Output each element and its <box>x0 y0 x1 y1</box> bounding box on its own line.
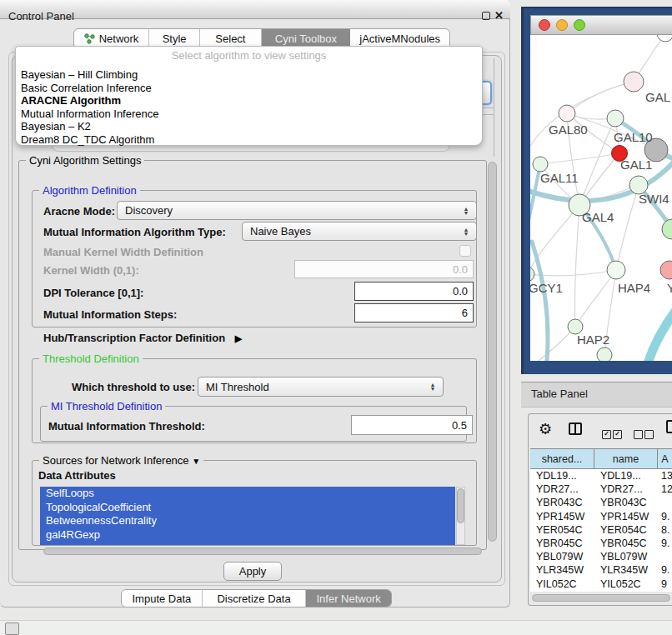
gear-icon[interactable]: ⚙ <box>539 420 552 438</box>
table-cell[interactable]: YDL19... <box>594 469 658 482</box>
collapse-down-icon: ▼ <box>192 457 200 466</box>
column-header-name[interactable]: name <box>594 448 658 469</box>
node-pink[interactable] <box>624 72 644 92</box>
table-cell[interactable]: YBR045C <box>594 537 658 550</box>
dropdown-item-selected[interactable]: ARACNE Algorithm <box>19 94 478 108</box>
node-label: HAP2 <box>577 332 609 347</box>
dpi-tolerance-value: 0.0 <box>453 285 468 298</box>
close-window-icon[interactable]: ✕ <box>494 9 504 22</box>
dropdown-item[interactable]: Mutual Information Inference <box>19 108 478 121</box>
table-cell[interactable]: 9 <box>658 578 672 591</box>
mi-threshold-value: 0.5 <box>452 419 467 432</box>
tab-infer-network[interactable]: Infer Network <box>306 590 391 607</box>
node-gal10[interactable] <box>607 110 624 127</box>
table-cell[interactable] <box>658 496 672 509</box>
node-label: GCY1 <box>530 281 563 295</box>
close-traffic-light-icon[interactable] <box>539 19 550 31</box>
column-header-shared-name[interactable]: shared... <box>530 448 594 469</box>
zoom-traffic-light-icon[interactable] <box>574 19 585 31</box>
apply-button[interactable]: Apply <box>223 562 282 581</box>
minimize-traffic-light-icon[interactable] <box>556 19 568 31</box>
network-node-labels: GAL GAL80 GAL10 GAL1 GAL11 SWI4 GAL4 GCY… <box>530 90 672 347</box>
control-panel-titlebar <box>0 0 510 19</box>
table-panel-title: Table Panel <box>531 388 588 400</box>
table-cell[interactable]: YIL052C <box>594 578 658 591</box>
new-table-icon[interactable] <box>666 420 672 433</box>
node-salmon[interactable] <box>660 261 672 279</box>
table-cell[interactable]: 9. <box>658 537 672 550</box>
table-cell[interactable]: YIL052C <box>530 578 594 591</box>
panel-grip-button[interactable] <box>5 622 19 635</box>
table-cell[interactable]: YBR043C <box>530 496 594 509</box>
list-item[interactable]: TopologicalCoefficient <box>40 501 455 515</box>
list-item[interactable]: SelfLoops <box>40 487 455 501</box>
column-header-partial[interactable]: A <box>658 448 672 469</box>
split-columns-icon[interactable] <box>569 422 582 435</box>
node-gcy1[interactable] <box>530 267 534 282</box>
table-cell[interactable]: YBR045C <box>530 537 594 550</box>
dropdown-item[interactable]: Basic Correlation Inference <box>19 82 478 95</box>
aracne-mode-value: Discovery <box>125 204 173 217</box>
settings-horizontal-scrollbar[interactable] <box>43 548 482 555</box>
table-cell[interactable]: YBL079W <box>530 550 594 563</box>
mi-algorithm-type-combo[interactable]: Naive Bayes ▲▼ <box>242 222 477 241</box>
node-partial-top[interactable] <box>657 35 672 42</box>
tab-infer-network-label: Infer Network <box>316 592 380 605</box>
table-cell[interactable]: YPR145W <box>594 510 658 523</box>
kernel-width-input[interactable]: 0.0 <box>294 260 474 278</box>
mi-threshold-input[interactable]: 0.5 <box>351 415 473 435</box>
mi-steps-input[interactable]: 6 <box>354 303 474 322</box>
table-cell[interactable]: YLR345W <box>594 563 658 577</box>
hub-definition-expander[interactable]: Hub/Transcription Factor Definition ▶ <box>43 332 242 344</box>
table-cell[interactable] <box>658 550 672 563</box>
table-column-name: YDL19... YDR27... YBR043C YPR145W YER054… <box>594 469 658 592</box>
table-cell[interactable]: 12 <box>658 482 672 496</box>
table-cell[interactable]: YPR145W <box>530 510 594 523</box>
sources-title[interactable]: Sources for Network Inference ▼ <box>39 454 203 467</box>
settings-vertical-scrollbar[interactable] <box>488 162 497 542</box>
bottom-strip <box>0 620 672 635</box>
manual-kernel-checkbox[interactable] <box>459 245 471 257</box>
dropdown-item[interactable]: Bayesian – Hill Climbing <box>19 68 478 82</box>
table-cell[interactable]: 8. <box>658 523 672 537</box>
which-threshold-combo[interactable]: MI Threshold ▲▼ <box>198 377 444 397</box>
table-cell[interactable]: YLR345W <box>530 563 594 577</box>
list-item[interactable]: gal4RGexp <box>40 528 455 542</box>
float-window-icon[interactable] <box>482 12 490 20</box>
data-attributes-label: Data Attributes <box>38 469 116 482</box>
tab-impute-data[interactable]: Impute Data <box>122 590 203 607</box>
node-label: GAL1 <box>620 158 652 172</box>
table-cell[interactable]: 9. <box>658 563 672 577</box>
deselect-all-checkboxes-icon[interactable] <box>634 424 654 439</box>
dropdown-item[interactable]: Bayesian – K2 <box>19 120 478 133</box>
node-gal11[interactable] <box>533 157 548 172</box>
table-cell[interactable]: YDL19... <box>530 469 594 482</box>
dropdown-item[interactable]: Dream8 DC_TDC Algorithm <box>19 133 478 147</box>
hub-definition-label: Hub/Transcription Factor Definition <box>43 332 225 344</box>
list-item[interactable]: BetweennessCentrality <box>40 514 455 528</box>
tab-jactivemnodules-label: jActiveMNodules <box>359 32 440 45</box>
group-border-fragment <box>483 114 494 115</box>
node-partial-bottom[interactable] <box>597 348 612 361</box>
aracne-mode-combo[interactable]: Discovery ▲▼ <box>117 201 477 220</box>
node-hap4[interactable] <box>607 261 625 279</box>
tab-discretize-data[interactable]: Discretize Data <box>203 590 306 607</box>
table-cell[interactable]: 9. <box>658 510 672 523</box>
list-scrollbar-thumb[interactable] <box>457 488 464 523</box>
table-cell[interactable]: YDR27... <box>530 482 594 496</box>
table-cell[interactable]: YDR27... <box>594 482 658 496</box>
network-canvas[interactable]: GAL GAL80 GAL10 GAL1 GAL11 SWI4 GAL4 GCY… <box>530 35 672 361</box>
dpi-tolerance-input[interactable]: 0.0 <box>354 282 474 301</box>
table-cell[interactable]: YER054C <box>594 523 658 537</box>
node-bright-green[interactable] <box>662 219 672 239</box>
select-all-checkboxes-icon[interactable]: ✓✓ <box>602 424 622 439</box>
table-cell[interactable]: 13 <box>658 469 672 482</box>
node-gal80[interactable] <box>559 105 575 122</box>
aracne-mode-label: Aracne Mode: <box>43 205 115 218</box>
table-horizontal-scrollbar[interactable] <box>532 594 670 602</box>
table-cell[interactable]: YER054C <box>530 523 594 537</box>
tab-impute-data-label: Impute Data <box>132 592 191 605</box>
table-cell[interactable]: YBR043C <box>594 496 658 509</box>
table-cell[interactable]: YBL079W <box>594 550 658 563</box>
column-header-label: name <box>613 453 639 465</box>
